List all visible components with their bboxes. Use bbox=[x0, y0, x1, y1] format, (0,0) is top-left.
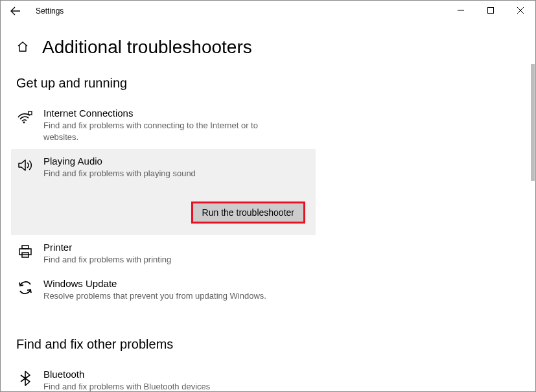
close-icon bbox=[517, 7, 524, 14]
troubleshooter-name: Internet Connections bbox=[43, 108, 310, 119]
troubleshooter-printer[interactable]: Printer Find and fix problems with print… bbox=[11, 235, 316, 272]
troubleshooter-windows-update[interactable]: Windows Update Resolve problems that pre… bbox=[11, 271, 316, 308]
home-icon[interactable] bbox=[16, 40, 30, 54]
section-heading-getup: Get up and running bbox=[16, 76, 520, 91]
troubleshooter-name: Windows Update bbox=[43, 278, 310, 289]
sync-icon bbox=[16, 279, 34, 297]
back-button[interactable] bbox=[6, 1, 25, 21]
troubleshooter-playing-audio[interactable]: Playing Audio Find and fix problems with… bbox=[11, 149, 316, 235]
minimize-button[interactable] bbox=[446, 1, 476, 20]
troubleshooter-desc: Find and fix problems with playing sound bbox=[43, 168, 277, 179]
scrollbar[interactable] bbox=[531, 64, 535, 181]
run-troubleshooter-button[interactable]: Run the troubleshooter bbox=[191, 202, 305, 224]
section-heading-other: Find and fix other problems bbox=[16, 337, 520, 352]
printer-icon bbox=[16, 243, 34, 261]
troubleshooter-desc: Resolve problems that prevent you from u… bbox=[43, 290, 277, 302]
troubleshooter-name: Printer bbox=[43, 242, 310, 253]
svg-rect-4 bbox=[22, 246, 29, 249]
svg-rect-0 bbox=[488, 8, 494, 14]
troubleshooter-desc: Find and fix problems with Bluetooth dev… bbox=[43, 381, 277, 391]
troubleshooter-name: Playing Audio bbox=[43, 156, 310, 167]
troubleshooter-desc: Find and fix problems with printing bbox=[43, 254, 277, 266]
bluetooth-icon bbox=[16, 370, 34, 388]
troubleshooter-internet-connections[interactable]: Internet Connections Find and fix proble… bbox=[11, 101, 316, 149]
titlebar: Settings bbox=[1, 1, 535, 21]
content-area: Additional troubleshooters Get up and ru… bbox=[1, 21, 535, 391]
speaker-icon bbox=[16, 157, 34, 175]
svg-rect-3 bbox=[19, 249, 31, 255]
troubleshooter-list: Internet Connections Find and fix proble… bbox=[11, 101, 316, 308]
page-title: Additional troubleshooters bbox=[42, 37, 252, 58]
troubleshooter-list-other: Bluetooth Find and fix problems with Blu… bbox=[11, 362, 316, 391]
svg-rect-2 bbox=[29, 111, 32, 115]
page-header: Additional troubleshooters bbox=[16, 37, 520, 58]
arrow-left-icon bbox=[10, 6, 21, 16]
maximize-icon bbox=[487, 7, 494, 14]
maximize-button[interactable] bbox=[476, 1, 506, 20]
troubleshooter-bluetooth[interactable]: Bluetooth Find and fix problems with Blu… bbox=[11, 362, 316, 391]
close-button[interactable] bbox=[506, 1, 535, 20]
troubleshooter-desc: Find and fix problems with connecting to… bbox=[43, 120, 277, 143]
svg-point-1 bbox=[23, 122, 25, 124]
wifi-icon bbox=[16, 109, 34, 127]
troubleshooter-name: Bluetooth bbox=[43, 369, 310, 380]
window-controls bbox=[446, 1, 535, 20]
minimize-icon bbox=[458, 7, 464, 14]
window-title: Settings bbox=[36, 6, 64, 16]
